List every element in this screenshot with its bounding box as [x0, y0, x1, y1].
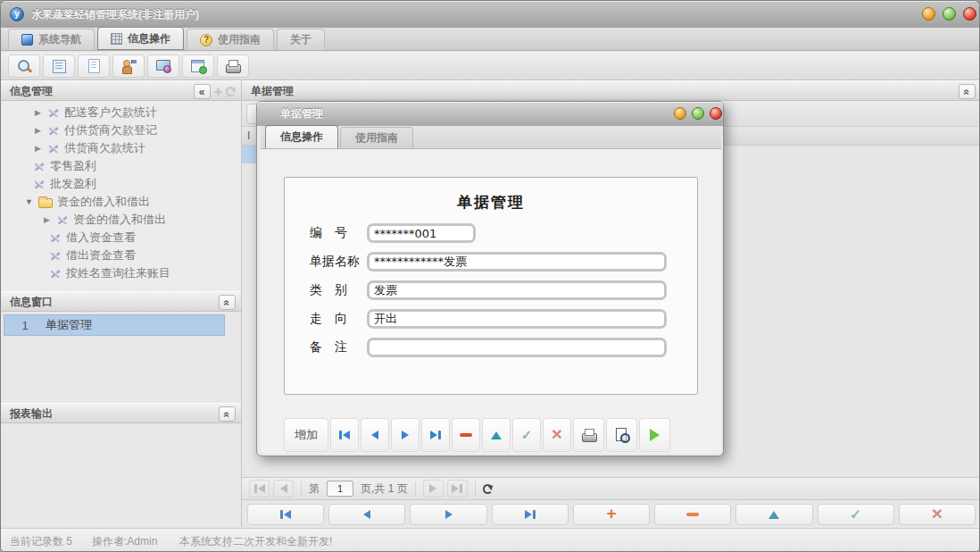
nav-last-button[interactable]	[421, 418, 450, 452]
tree-folder[interactable]: 资金的借入和借出	[1, 193, 241, 211]
plus-icon	[606, 507, 616, 522]
document-icon	[86, 59, 102, 73]
tree-item[interactable]: 零售盈利	[1, 157, 241, 175]
record-confirm-button[interactable]	[818, 504, 894, 525]
add-window-button[interactable]	[182, 54, 214, 78]
nav-prev-button[interactable]	[361, 418, 389, 452]
main-panel-header: 单据管理	[242, 80, 980, 101]
record-nav-bar	[242, 501, 980, 528]
record-cancel-button[interactable]	[899, 504, 976, 525]
cancel-button[interactable]	[543, 418, 571, 452]
move-up-button[interactable]	[482, 418, 511, 452]
dialog-tab-info-ops[interactable]: 信息操作	[265, 125, 338, 148]
dialog-print-button[interactable]	[573, 418, 604, 452]
printer-icon	[225, 59, 241, 73]
record-add-button[interactable]	[573, 504, 650, 525]
collapse-up-button[interactable]	[219, 406, 236, 422]
doc-number-input[interactable]	[367, 223, 476, 243]
doc-name-input[interactable]	[367, 252, 667, 272]
tree-item-label: 借入资金查看	[66, 230, 136, 246]
info-window-row-selected[interactable]: 1 单据管理	[4, 314, 225, 336]
report-icon	[51, 59, 67, 73]
search-button[interactable]	[8, 54, 40, 78]
dialog-minimize-button[interactable]	[674, 107, 686, 120]
collapse-arrow-icon[interactable]	[24, 197, 34, 206]
tab-system-nav[interactable]: 系统导航	[8, 29, 95, 50]
search-icon	[16, 59, 32, 73]
dialog-close-button[interactable]	[710, 107, 722, 120]
print-preview-button[interactable]	[606, 418, 637, 452]
record-up-button[interactable]	[735, 504, 812, 525]
nav-first-button[interactable]	[330, 418, 359, 452]
doc-direction-input[interactable]	[367, 309, 667, 329]
doc-category-input[interactable]	[367, 280, 667, 300]
x-icon	[552, 428, 562, 443]
tools-icon	[33, 179, 46, 190]
tab-info-ops[interactable]: 信息操作	[97, 27, 184, 50]
refresh-icon[interactable]	[483, 484, 493, 494]
tab-user-guide[interactable]: 使用指南	[187, 29, 274, 50]
collapse-up-button[interactable]	[219, 295, 236, 310]
expand-arrow-icon[interactable]	[33, 126, 43, 135]
minus-icon	[460, 433, 472, 437]
report-output-header: 报表输出	[1, 403, 241, 423]
record-prev-button[interactable]	[328, 504, 405, 525]
tree-item[interactable]: 配送客户欠款统计	[1, 104, 241, 121]
page-number-input[interactable]	[327, 481, 353, 497]
folder-icon	[38, 198, 53, 208]
window-titlebar: y 水果蔬菜经销管理系统(非注册用户)	[1, 1, 979, 28]
expand-arrow-icon[interactable]	[33, 108, 43, 117]
record-first-button[interactable]	[247, 504, 324, 525]
expand-arrow-icon[interactable]	[33, 144, 43, 153]
run-button[interactable]	[639, 418, 670, 452]
dialog-maximize-button[interactable]	[692, 107, 704, 120]
page-next-button[interactable]	[423, 480, 444, 498]
grid-icon	[111, 33, 122, 45]
print-button[interactable]	[217, 54, 249, 78]
refresh-icon-disabled[interactable]	[226, 87, 236, 96]
tree-item[interactable]: 批发盈利	[1, 175, 241, 193]
close-button[interactable]	[963, 7, 976, 21]
collapse-up-button[interactable]	[959, 84, 976, 99]
tools-icon	[47, 107, 60, 119]
prev-icon	[363, 510, 370, 519]
chevron-up-icon	[218, 411, 237, 417]
record-remove-button[interactable]	[654, 504, 731, 525]
delete-button[interactable]	[452, 418, 480, 452]
tree-item[interactable]: 按姓名查询往来账目	[1, 264, 241, 282]
document-button[interactable]	[78, 54, 110, 78]
page-prev-button[interactable]	[273, 480, 294, 498]
add-icon-disabled[interactable]	[214, 86, 222, 98]
tree-item[interactable]: 借出资金查看	[1, 247, 241, 264]
collapse-left-button[interactable]	[194, 84, 211, 99]
record-last-button[interactable]	[492, 504, 569, 525]
next-page-icon	[429, 484, 436, 493]
form-row: 类 别	[310, 280, 697, 300]
app-window: y 水果蔬菜经销管理系统(非注册用户) 系统导航 信息操作 使用指南 关于	[0, 0, 980, 552]
nav-next-button[interactable]	[391, 418, 419, 452]
tree-item[interactable]: 资金的借入和借出	[1, 211, 241, 229]
tree-item[interactable]: 借入资金查看	[1, 229, 241, 247]
tools-icon	[47, 143, 60, 155]
add-record-button[interactable]: 增加	[284, 418, 328, 452]
form-row: 备 注	[310, 338, 697, 357]
page-last-button[interactable]	[447, 480, 468, 498]
app-logo-icon: y	[10, 7, 24, 21]
maximize-button[interactable]	[943, 7, 956, 21]
tab-about[interactable]: 关于	[277, 29, 325, 50]
dialog-content: 单据管理 编 号 单据名称 类 别 走 向	[261, 149, 721, 454]
page-first-button[interactable]	[249, 480, 270, 498]
user-button[interactable]	[112, 54, 145, 78]
minimize-button[interactable]	[922, 7, 935, 21]
report-button[interactable]	[43, 54, 75, 78]
tree-item[interactable]: 付供货商欠款登记	[1, 121, 241, 139]
confirm-button[interactable]	[512, 418, 541, 452]
expand-arrow-icon[interactable]	[42, 215, 52, 224]
info-management-header: 信息管理	[1, 80, 241, 101]
tools-icon	[56, 214, 69, 226]
monitor-button[interactable]	[147, 54, 179, 78]
doc-remark-input[interactable]	[367, 338, 667, 357]
record-next-button[interactable]	[410, 504, 486, 525]
tree-item[interactable]: 供货商欠款统计	[1, 139, 241, 157]
dialog-tab-guide[interactable]: 使用指南	[340, 127, 413, 148]
